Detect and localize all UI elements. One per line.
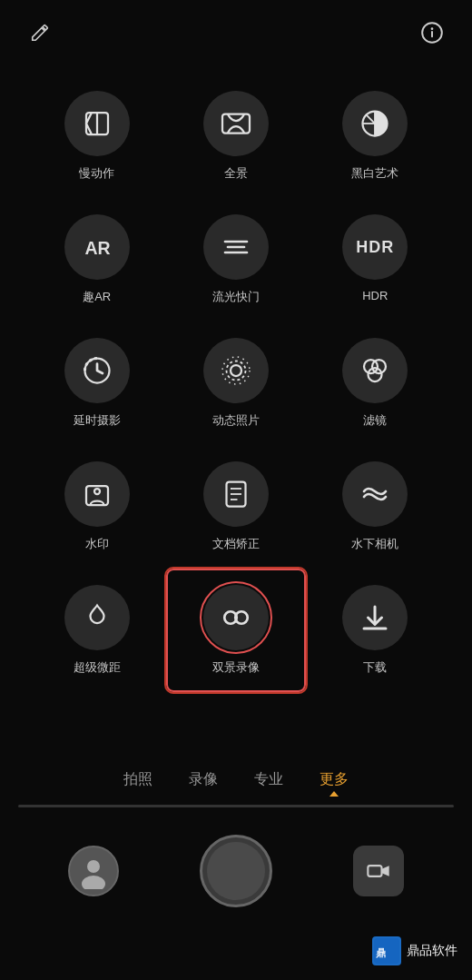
shutter-inner bbox=[207, 842, 265, 900]
mode-bw-art[interactable]: 黑白艺术 bbox=[306, 74, 445, 198]
svg-point-15 bbox=[231, 365, 241, 376]
watermark-text: 鼎品软件 bbox=[407, 943, 457, 959]
info-icon[interactable] bbox=[418, 18, 447, 47]
svg-point-30 bbox=[87, 860, 100, 873]
camera-controls bbox=[0, 835, 472, 907]
svg-rect-32 bbox=[369, 866, 382, 876]
nav-photo[interactable]: 拍照 bbox=[123, 770, 152, 789]
svg-point-22 bbox=[94, 489, 100, 494]
svg-text:鼎: 鼎 bbox=[376, 947, 386, 958]
svg-point-19 bbox=[372, 360, 386, 373]
nav-video[interactable]: 录像 bbox=[189, 770, 218, 789]
video-mode-button[interactable] bbox=[353, 846, 404, 896]
watermark-badge: 鼎 鼎品软件 bbox=[372, 936, 457, 965]
mode-macro[interactable]: 超级微距 bbox=[27, 569, 166, 692]
nav-pro[interactable]: 专业 bbox=[254, 770, 283, 789]
mode-slider[interactable] bbox=[18, 805, 454, 807]
mode-download[interactable]: 下载 bbox=[306, 569, 445, 692]
top-bar bbox=[0, 0, 472, 56]
mode-slow-motion[interactable]: 慢动作 bbox=[27, 74, 166, 198]
mode-ar[interactable]: AR 趣AR bbox=[27, 198, 166, 322]
mode-light-shutter[interactable]: 流光快门 bbox=[166, 198, 305, 322]
svg-point-16 bbox=[226, 361, 245, 381]
mode-panorama[interactable]: 全景 bbox=[166, 74, 305, 198]
watermark-logo: 鼎 bbox=[372, 936, 401, 965]
mode-dual-video[interactable]: 双景录像 bbox=[166, 569, 305, 692]
camera-nav: 拍照 录像 专业 更多 bbox=[0, 770, 472, 789]
mode-grid: 慢动作 全景 黑白艺术 AR 趣AR 流光快门 bbox=[0, 56, 472, 701]
nav-more[interactable]: 更多 bbox=[320, 770, 349, 789]
mode-filter[interactable]: 滤镜 bbox=[306, 322, 445, 445]
mode-hdr[interactable]: HDR HDR bbox=[306, 198, 445, 322]
shutter-button[interactable] bbox=[200, 835, 272, 907]
mode-live-photo[interactable]: 动态照片 bbox=[166, 322, 305, 445]
mode-underwater[interactable]: 水下相机 bbox=[306, 445, 445, 569]
svg-text:AR: AR bbox=[84, 238, 110, 258]
svg-point-31 bbox=[82, 876, 105, 889]
mode-watermark-cam[interactable]: 水印 bbox=[27, 445, 166, 569]
mode-timelapse[interactable]: 延时摄影 bbox=[27, 322, 166, 445]
mode-doc-correct[interactable]: 文档矫正 bbox=[166, 445, 305, 569]
gallery-thumb[interactable] bbox=[68, 846, 119, 896]
edit-icon[interactable] bbox=[25, 18, 54, 47]
svg-point-20 bbox=[369, 368, 382, 381]
svg-rect-5 bbox=[222, 114, 250, 134]
